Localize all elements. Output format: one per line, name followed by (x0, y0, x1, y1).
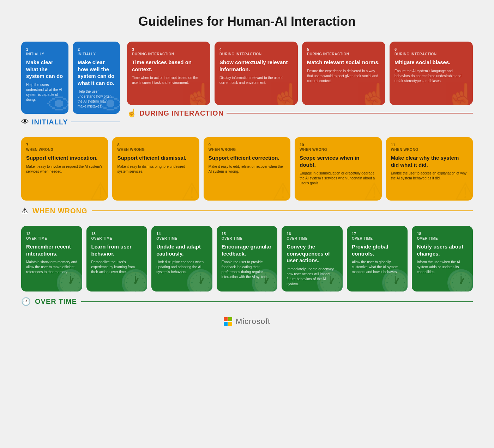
card-number: 7 (26, 143, 103, 147)
card-title: Match relevant social norms. (307, 59, 380, 66)
card-title: Notify users about changes. (417, 243, 468, 257)
card: 18OVER TIMENotify users about changes.In… (412, 226, 473, 291)
ms-logo-yellow (228, 322, 232, 326)
card-desc: Limit disruptive changes when updating a… (156, 260, 207, 275)
card: 15OVER TIMEEncourage granular feedback.E… (217, 226, 278, 291)
card-desc: Enable the user to provide feedback indi… (222, 260, 273, 280)
card-category: INITIALLY (26, 52, 64, 56)
card-category: WHEN WRONG (117, 148, 194, 152)
card-desc: Display information relevant to the user… (219, 75, 293, 85)
top-sections: 1INITIALLYMake clear what the system can… (21, 42, 473, 127)
over-time-line (81, 301, 473, 302)
card-title: Provide global controls. (352, 243, 403, 257)
ms-logo-red (224, 317, 228, 321)
card-desc: Help the user understand how often the A… (78, 89, 115, 109)
card: 7WHEN WRONGSupport efficient invocation.… (21, 137, 108, 201)
when-wrong-label-row: ⚠ WHEN WRONG (21, 206, 473, 215)
card-number: 8 (117, 143, 194, 147)
card-number: 2 (78, 47, 115, 51)
when-wrong-section: 7WHEN WRONGSupport efficient invocation.… (21, 137, 473, 219)
card: 1INITIALLYMake clear what the system can… (21, 42, 68, 114)
card-bg-icon: ⚠ (454, 179, 473, 201)
card-title: Support efficient dismissal. (117, 154, 194, 161)
card-desc: Immediately update or convey how user ac… (287, 267, 338, 287)
card-desc: Maintain short-term memory and allow the… (26, 260, 77, 275)
card-title: Support efficient correction. (209, 154, 285, 161)
when-wrong-line (92, 210, 473, 211)
card-category: INITIALLY (78, 52, 115, 56)
card-number: 4 (219, 47, 293, 51)
initially-label-row: 👁 INITIALLY (21, 117, 120, 127)
card-number: 13 (91, 232, 143, 236)
card: 11WHEN WRONGMake clear why the system di… (386, 137, 473, 201)
card: 10WHEN WRONGScope services when in doubt… (295, 137, 381, 201)
card-number: 1 (26, 47, 64, 51)
card-desc: Allow the user to globally customize wha… (352, 260, 403, 275)
card-desc: Inform the user when the AI system adds … (417, 260, 468, 275)
card-title: Mitigate social biases. (394, 59, 468, 66)
during-cards: 3DURING INTERACTIONTime services based o… (127, 42, 473, 105)
card-title: Support efficient invocation. (26, 154, 103, 161)
when-wrong-icon: ⚠ (21, 206, 28, 215)
card-number: 18 (417, 232, 468, 236)
initially-line (71, 122, 120, 122)
card-title: Time services based on context. (132, 59, 205, 73)
card-number: 5 (307, 47, 380, 51)
during-line (227, 113, 473, 113)
card-desc: Personalize the user's experience by lea… (91, 260, 143, 275)
card: 5DURING INTERACTIONMatch relevant social… (302, 42, 385, 105)
initially-label: INITIALLY (32, 118, 68, 126)
card: 4DURING INTERACTIONShow contextually rel… (215, 42, 298, 105)
card-category: OVER TIME (417, 237, 468, 240)
card-category: OVER TIME (91, 237, 143, 240)
card-category: OVER TIME (222, 237, 273, 240)
card: 16OVER TIMEConvey the consequences of us… (282, 226, 343, 291)
card-bg-icon: ⚠ (272, 179, 290, 201)
page-title: Guidelines for Human-AI Interaction (138, 14, 356, 29)
card: 17OVER TIMEProvide global controls.Allow… (347, 226, 408, 291)
over-time-label: OVER TIME (35, 297, 77, 306)
card-category: DURING INTERACTION (132, 52, 205, 56)
microsoft-name: Microsoft (236, 317, 270, 326)
card: 3DURING INTERACTIONTime services based o… (127, 42, 210, 105)
during-label: DURING INTERACTION (139, 109, 224, 117)
card-number: 3 (132, 47, 205, 51)
over-time-label-row: 🕐 OVER TIME (21, 297, 473, 306)
card-title: Make clear how well the system can do wh… (78, 59, 115, 86)
card-category: OVER TIME (352, 237, 403, 240)
card-number: 6 (394, 47, 468, 51)
card-category: WHEN WRONG (26, 148, 103, 152)
card-desc: Ensure the AI system's language and beha… (394, 69, 468, 84)
card: 14OVER TIMEUpdate and adapt cautiously.L… (151, 226, 212, 291)
initially-icon: 👁 (21, 117, 29, 127)
card-category: WHEN WRONG (300, 148, 376, 152)
card-desc: Time when to act or interrupt based on t… (132, 75, 205, 85)
card: 2INITIALLYMake clear how well the system… (73, 42, 120, 114)
card-category: OVER TIME (156, 237, 207, 240)
card-number: 15 (222, 232, 273, 236)
card: 8WHEN WRONGSupport efficient dismissal.M… (112, 137, 199, 201)
card-number: 10 (300, 143, 376, 147)
microsoft-logo (224, 317, 232, 326)
card-desc: Enable the user to access an explanation… (391, 171, 468, 181)
card: 13OVER TIMELearn from user behavior.Pers… (86, 226, 147, 291)
card-title: Convey the consequences of user actions. (287, 243, 338, 264)
card-title: Make clear what the system can do (26, 59, 64, 80)
during-icon: ☝ (127, 109, 137, 118)
card-number: 16 (287, 232, 338, 236)
card-category: DURING INTERACTION (219, 52, 293, 56)
card-category: OVER TIME (26, 237, 77, 240)
card-title: Make clear why the system did what it di… (391, 154, 468, 168)
over-time-cards: 12OVER TIMERemember recent interactions.… (21, 226, 473, 291)
card: 12OVER TIMERemember recent interactions.… (21, 226, 82, 291)
card-title: Update and adapt cautiously. (156, 243, 207, 257)
when-wrong-label: WHEN WRONG (32, 207, 88, 215)
card-desc: Make it easy to dismiss or ignore undesi… (117, 164, 194, 174)
card-title: Show contextually relevant information. (219, 59, 293, 73)
card-category: OVER TIME (287, 237, 338, 240)
card-bg-icon: ☝ (446, 84, 473, 105)
microsoft-footer: Microsoft (224, 317, 270, 326)
card-bg-icon: ☝ (271, 84, 298, 105)
card-category: WHEN WRONG (209, 148, 285, 152)
card: 9WHEN WRONGSupport efficient correction.… (204, 137, 290, 201)
